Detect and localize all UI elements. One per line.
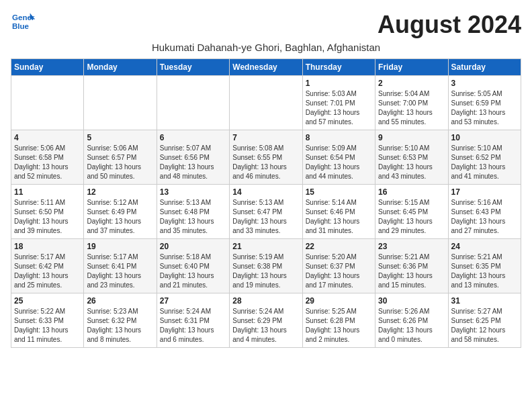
day-info: Sunrise: 5:09 AM Sunset: 6:54 PM Dayligh… [306, 144, 372, 181]
calendar-cell: 10Sunrise: 5:10 AM Sunset: 6:52 PM Dayli… [448, 130, 521, 185]
svg-text:Blue: Blue [12, 22, 30, 30]
day-number: 30 [378, 296, 445, 306]
calendar-cell: 17Sunrise: 5:16 AM Sunset: 6:43 PM Dayli… [448, 185, 521, 239]
weekday-header-saturday: Saturday [448, 59, 521, 76]
calendar-cell: 31Sunrise: 5:27 AM Sunset: 6:25 PM Dayli… [448, 293, 521, 348]
calendar-cell: 22Sunrise: 5:20 AM Sunset: 6:37 PM Dayli… [302, 239, 375, 293]
day-number: 8 [306, 133, 372, 142]
weekday-header-tuesday: Tuesday [157, 59, 229, 76]
day-info: Sunrise: 5:17 AM Sunset: 6:41 PM Dayligh… [87, 253, 153, 290]
day-number: 9 [378, 133, 445, 142]
day-number: 12 [87, 187, 153, 197]
calendar-cell: 4Sunrise: 5:06 AM Sunset: 6:58 PM Daylig… [11, 130, 84, 185]
calendar-cell: 11Sunrise: 5:11 AM Sunset: 6:50 PM Dayli… [11, 185, 84, 239]
day-number: 21 [232, 242, 299, 251]
calendar-cell: 1Sunrise: 5:03 AM Sunset: 7:01 PM Daylig… [302, 76, 375, 130]
day-info: Sunrise: 5:14 AM Sunset: 6:46 PM Dayligh… [306, 198, 372, 236]
day-info: Sunrise: 5:23 AM Sunset: 6:32 PM Dayligh… [87, 307, 153, 345]
day-number: 16 [378, 187, 445, 197]
day-number: 22 [306, 242, 372, 251]
day-number: 17 [451, 187, 518, 197]
calendar-cell: 15Sunrise: 5:14 AM Sunset: 6:46 PM Dayli… [302, 185, 375, 239]
calendar-cell: 29Sunrise: 5:25 AM Sunset: 6:28 PM Dayli… [302, 293, 375, 348]
day-info: Sunrise: 5:05 AM Sunset: 6:59 PM Dayligh… [451, 89, 518, 127]
day-number: 11 [14, 187, 81, 197]
day-info: Sunrise: 5:24 AM Sunset: 6:31 PM Dayligh… [160, 307, 226, 345]
calendar-cell [230, 76, 302, 130]
day-number: 19 [87, 242, 153, 251]
day-info: Sunrise: 5:13 AM Sunset: 6:47 PM Dayligh… [232, 198, 299, 236]
weekday-header-friday: Friday [375, 59, 448, 76]
calendar-cell: 30Sunrise: 5:26 AM Sunset: 6:26 PM Dayli… [375, 293, 448, 348]
calendar-cell: 7Sunrise: 5:08 AM Sunset: 6:55 PM Daylig… [230, 130, 302, 185]
calendar-cell: 12Sunrise: 5:12 AM Sunset: 6:49 PM Dayli… [84, 185, 157, 239]
day-info: Sunrise: 5:26 AM Sunset: 6:26 PM Dayligh… [378, 307, 445, 345]
calendar-cell: 19Sunrise: 5:17 AM Sunset: 6:41 PM Dayli… [84, 239, 157, 293]
day-info: Sunrise: 5:13 AM Sunset: 6:48 PM Dayligh… [160, 198, 226, 236]
day-number: 6 [160, 133, 226, 142]
day-number: 5 [87, 133, 153, 142]
logo: General Blue [11, 11, 35, 32]
calendar-cell [84, 76, 157, 130]
calendar-cell: 9Sunrise: 5:10 AM Sunset: 6:53 PM Daylig… [375, 130, 448, 185]
weekday-header-monday: Monday [84, 59, 157, 76]
day-number: 31 [451, 296, 518, 306]
day-number: 3 [451, 79, 518, 88]
day-number: 13 [160, 187, 226, 197]
day-info: Sunrise: 5:08 AM Sunset: 6:55 PM Dayligh… [232, 144, 299, 181]
day-info: Sunrise: 5:10 AM Sunset: 6:53 PM Dayligh… [378, 144, 445, 181]
day-info: Sunrise: 5:10 AM Sunset: 6:52 PM Dayligh… [451, 144, 518, 181]
calendar-cell: 6Sunrise: 5:07 AM Sunset: 6:56 PM Daylig… [157, 130, 229, 185]
day-info: Sunrise: 5:27 AM Sunset: 6:25 PM Dayligh… [451, 307, 518, 345]
calendar-cell: 26Sunrise: 5:23 AM Sunset: 6:32 PM Dayli… [84, 293, 157, 348]
weekday-header-wednesday: Wednesday [230, 59, 302, 76]
day-number: 23 [378, 242, 445, 251]
calendar-cell: 14Sunrise: 5:13 AM Sunset: 6:47 PM Dayli… [230, 185, 302, 239]
day-number: 10 [451, 133, 518, 142]
calendar-cell: 18Sunrise: 5:17 AM Sunset: 6:42 PM Dayli… [11, 239, 84, 293]
calendar-cell: 24Sunrise: 5:21 AM Sunset: 6:35 PM Dayli… [448, 239, 521, 293]
day-number: 7 [232, 133, 299, 142]
weekday-header-sunday: Sunday [11, 59, 84, 76]
day-info: Sunrise: 5:25 AM Sunset: 6:28 PM Dayligh… [306, 307, 372, 345]
calendar-subtitle: Hukumati Dahanah-ye Ghori, Baghlan, Afgh… [11, 42, 521, 53]
calendar-cell: 5Sunrise: 5:06 AM Sunset: 6:57 PM Daylig… [84, 130, 157, 185]
day-info: Sunrise: 5:16 AM Sunset: 6:43 PM Dayligh… [451, 198, 518, 236]
day-number: 29 [306, 296, 372, 306]
day-info: Sunrise: 5:06 AM Sunset: 6:58 PM Dayligh… [14, 144, 81, 181]
day-info: Sunrise: 5:19 AM Sunset: 6:38 PM Dayligh… [232, 253, 299, 290]
calendar-cell: 20Sunrise: 5:18 AM Sunset: 6:40 PM Dayli… [157, 239, 229, 293]
day-info: Sunrise: 5:06 AM Sunset: 6:57 PM Dayligh… [87, 144, 153, 181]
day-number: 27 [160, 296, 226, 306]
day-info: Sunrise: 5:11 AM Sunset: 6:50 PM Dayligh… [14, 198, 81, 236]
calendar-cell [157, 76, 229, 130]
day-info: Sunrise: 5:24 AM Sunset: 6:29 PM Dayligh… [232, 307, 299, 345]
calendar-cell: 2Sunrise: 5:04 AM Sunset: 7:00 PM Daylig… [375, 76, 448, 130]
calendar-cell: 27Sunrise: 5:24 AM Sunset: 6:31 PM Dayli… [157, 293, 229, 348]
day-number: 2 [378, 79, 445, 88]
day-info: Sunrise: 5:17 AM Sunset: 6:42 PM Dayligh… [14, 253, 81, 290]
day-info: Sunrise: 5:04 AM Sunset: 7:00 PM Dayligh… [378, 89, 445, 127]
month-year-title: August 2024 [378, 11, 521, 39]
day-info: Sunrise: 5:18 AM Sunset: 6:40 PM Dayligh… [160, 253, 226, 290]
day-info: Sunrise: 5:12 AM Sunset: 6:49 PM Dayligh… [87, 198, 153, 236]
day-number: 18 [14, 242, 81, 251]
day-number: 4 [14, 133, 81, 142]
day-number: 24 [451, 242, 518, 251]
calendar-cell: 13Sunrise: 5:13 AM Sunset: 6:48 PM Dayli… [157, 185, 229, 239]
calendar-table: SundayMondayTuesdayWednesdayThursdayFrid… [11, 58, 521, 348]
day-info: Sunrise: 5:15 AM Sunset: 6:45 PM Dayligh… [378, 198, 445, 236]
day-number: 15 [306, 187, 372, 197]
day-info: Sunrise: 5:03 AM Sunset: 7:01 PM Dayligh… [306, 89, 372, 127]
day-number: 1 [306, 79, 372, 88]
day-info: Sunrise: 5:20 AM Sunset: 6:37 PM Dayligh… [306, 253, 372, 290]
calendar-cell: 25Sunrise: 5:22 AM Sunset: 6:33 PM Dayli… [11, 293, 84, 348]
calendar-cell: 8Sunrise: 5:09 AM Sunset: 6:54 PM Daylig… [302, 130, 375, 185]
day-number: 25 [14, 296, 81, 306]
weekday-header-thursday: Thursday [302, 59, 375, 76]
day-number: 28 [232, 296, 299, 306]
calendar-cell: 23Sunrise: 5:21 AM Sunset: 6:36 PM Dayli… [375, 239, 448, 293]
calendar-cell: 28Sunrise: 5:24 AM Sunset: 6:29 PM Dayli… [230, 293, 302, 348]
calendar-cell [11, 76, 84, 130]
day-number: 26 [87, 296, 153, 306]
